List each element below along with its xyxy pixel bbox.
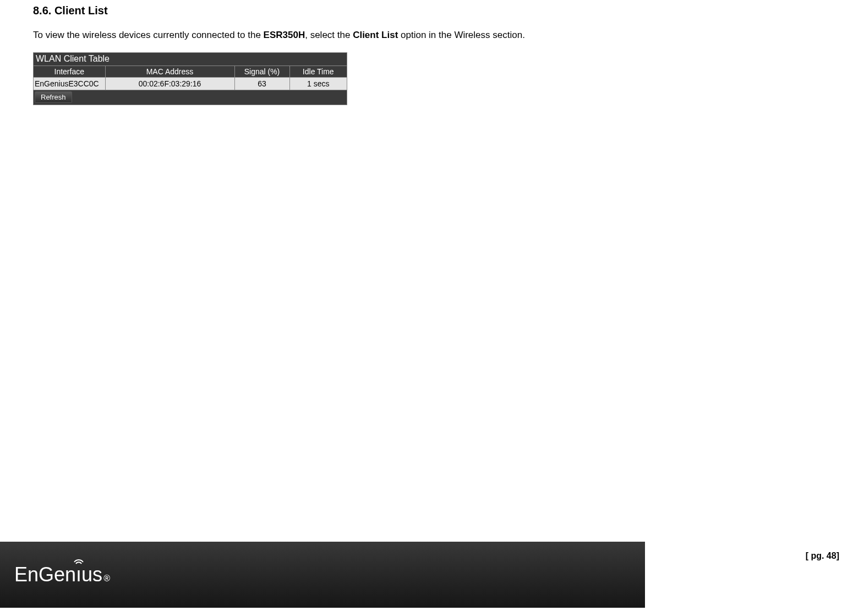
cell-mac: 00:02:6F:03:29:16 [105, 77, 234, 90]
brand-text-2: us [81, 563, 102, 586]
brand-registered: ® [103, 574, 110, 584]
cell-idle: 1 secs [289, 77, 347, 90]
cell-signal: 63 [234, 77, 289, 90]
footer-band: EnGen ı us® [0, 542, 645, 608]
wlan-client-panel: WLAN Client Table Interface MAC Address … [33, 52, 347, 105]
table-header-row: Interface MAC Address Signal (%) Idle Ti… [34, 66, 347, 77]
wlan-client-table: Interface MAC Address Signal (%) Idle Ti… [34, 66, 347, 90]
wifi-arc-icon [72, 553, 85, 566]
refresh-row: Refresh [34, 90, 347, 105]
intro-post: option in the Wireless section. [398, 30, 525, 40]
intro-pre: To view the wireless devices currently c… [33, 30, 264, 40]
section-title: Client List [54, 4, 108, 17]
brand-logo: EnGen ı us® [14, 563, 110, 586]
section-number: 8.6. [33, 4, 51, 17]
intro-option: Client List [353, 30, 398, 40]
page-number: [ pg. 48] [806, 551, 839, 561]
section-heading: 8.6. Client List [33, 4, 809, 17]
refresh-button[interactable]: Refresh [35, 91, 72, 103]
intro-paragraph: To view the wireless devices currently c… [33, 28, 809, 42]
brand-text-dot: ı [76, 563, 81, 586]
intro-mid: , select the [305, 30, 353, 40]
intro-model: ESR350H [264, 30, 305, 40]
col-header-signal: Signal (%) [234, 66, 289, 77]
brand-text-1: EnGen [14, 563, 76, 586]
col-header-mac: MAC Address [105, 66, 234, 77]
cell-interface: EnGeniusE3CC0C [34, 77, 105, 90]
wlan-table-title: WLAN Client Table [34, 53, 347, 66]
col-header-idle: Idle Time [289, 66, 347, 77]
col-header-interface: Interface [34, 66, 105, 77]
table-row: EnGeniusE3CC0C 00:02:6F:03:29:16 63 1 se… [34, 77, 347, 90]
